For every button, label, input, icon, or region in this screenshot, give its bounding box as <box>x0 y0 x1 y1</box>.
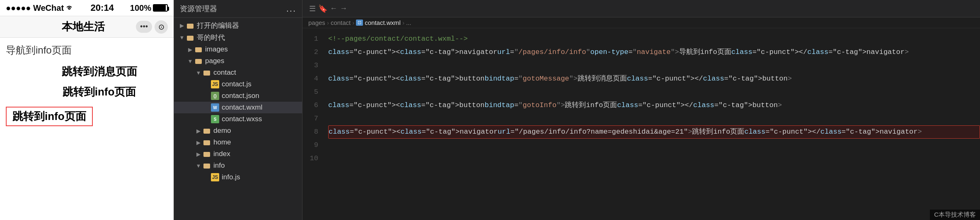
file-label: contact.json <box>222 92 259 100</box>
json-icon: {} <box>211 91 220 100</box>
file-tree-item[interactable]: ▶home <box>174 137 302 148</box>
line-number: 1 <box>302 32 318 46</box>
folder-icon <box>202 161 211 170</box>
nav-text: 导航到info页面 <box>6 44 168 57</box>
file-label: contact.wxml <box>222 103 262 112</box>
target-button[interactable]: ⊙ <box>155 20 168 34</box>
tree-arrow: ▼ <box>186 58 194 64</box>
file-tree-item[interactable]: JScontact.js <box>174 78 302 90</box>
file-tree-item[interactable]: Scontact.wxss <box>174 113 302 125</box>
file-tree-item[interactable]: ▶demo <box>174 125 302 137</box>
file-label: images <box>205 45 228 54</box>
file-label: contact <box>213 68 236 77</box>
phone-content: 导航到info页面 跳转到消息页面 跳转到info页面 跳转到info页面 <box>0 38 174 220</box>
tree-arrow: ▶ <box>186 46 194 53</box>
status-bar-time: 20:14 <box>91 2 114 13</box>
forward-icon[interactable]: → <box>340 4 347 13</box>
folder-icon <box>202 68 211 77</box>
code-line <box>328 152 980 165</box>
file-label: demo <box>213 127 231 135</box>
dots-icon: ••• <box>140 22 148 31</box>
breadcrumb-sep1: › <box>327 19 329 26</box>
breadcrumb-sep2: › <box>352 19 354 26</box>
line-number: 9 <box>302 139 318 152</box>
phone-controls: ••• ⊙ <box>136 20 168 34</box>
tab-toolbar: ☰ 🔖 ← → <box>305 4 351 13</box>
status-bar: ●●●●● WeChat ᯤ 20:14 100% <box>0 0 174 16</box>
code-line: class="c-punct"><class="c-tag">button bi… <box>328 72 980 86</box>
file-label: contact.js <box>222 80 252 88</box>
tree-arrow: ▼ <box>195 70 202 76</box>
file-tree-item[interactable]: ▼pages <box>174 55 302 67</box>
code-line: class="c-punct"><class="c-tag">navigator… <box>328 125 980 139</box>
file-tree-item[interactable]: JSinfo.js <box>174 171 302 183</box>
file-panel-more[interactable]: ... <box>286 3 296 14</box>
tree-arrow: ▶ <box>195 139 202 146</box>
breadcrumb-sep3: › <box>402 19 404 26</box>
folder-icon <box>202 149 211 159</box>
file-tree-item[interactable]: ▼哥的时代 <box>174 32 302 44</box>
line-number: 2 <box>302 46 318 59</box>
file-label: pages <box>205 57 224 65</box>
code-line <box>328 139 980 152</box>
bookmark-icon[interactable]: 🔖 <box>318 4 327 13</box>
line-number: 6 <box>302 99 318 112</box>
editor-body: 12345678910 <!--pages/contact/contact.wx… <box>302 28 980 220</box>
breadcrumb-more: ... <box>406 19 411 26</box>
folder-icon <box>194 56 203 66</box>
line-number: 8 <box>302 125 318 139</box>
code-line: class="c-punct"><class="c-tag">button bi… <box>328 99 980 112</box>
file-label: 哥的时代 <box>197 33 225 42</box>
file-label: 打开的编辑器 <box>197 21 239 30</box>
js-icon: JS <box>211 173 220 182</box>
target-icon: ⊙ <box>158 22 165 32</box>
info-bordered-button[interactable]: 跳转到info页面 <box>6 107 93 126</box>
code-line: class="c-punct"><class="c-tag">navigator… <box>328 46 980 59</box>
file-tree-item[interactable]: {}contact.json <box>174 90 302 102</box>
file-tree-item[interactable]: ▶index <box>174 148 302 160</box>
wxss-icon: S <box>211 115 220 124</box>
line-number: 3 <box>302 59 318 72</box>
phone-title-bar: 本地生活 ••• ⊙ <box>0 16 174 38</box>
file-tree-item[interactable]: ▼contact <box>174 67 302 78</box>
file-tree-item[interactable]: ▼info <box>174 160 302 171</box>
code-area[interactable]: <!--pages/contact/contact.wxml-->class="… <box>324 28 980 220</box>
status-bar-right: 100% <box>130 3 168 13</box>
file-tree-item[interactable]: ▶打开的编辑器 <box>174 20 302 32</box>
status-bar-left: ●●●●● WeChat ᯤ <box>6 3 75 13</box>
breadcrumb-contact: contact <box>331 19 351 26</box>
code-line <box>328 112 980 125</box>
list-icon[interactable]: ☰ <box>309 4 316 13</box>
line-number: 5 <box>302 86 318 99</box>
tree-arrow: ▶ <box>195 151 202 157</box>
file-tree-item[interactable]: ▶images <box>174 44 302 55</box>
phone-title: 本地生活 <box>31 20 136 34</box>
tree-arrow: ▶ <box>178 22 186 29</box>
folder-icon <box>186 21 195 30</box>
phone-simulator: ●●●●● WeChat ᯤ 20:14 100% 本地生活 ••• ⊙ 导航到… <box>0 0 174 220</box>
message-button[interactable]: 跳转到消息页面 <box>31 64 168 79</box>
code-line <box>328 86 980 99</box>
back-icon[interactable]: ← <box>330 4 337 13</box>
breadcrumb-bar: pages › contact › ⊡ contact.wxml › ... <box>302 17 980 28</box>
dots-button[interactable]: ••• <box>136 21 152 33</box>
line-number: 7 <box>302 112 318 125</box>
battery-icon <box>153 4 168 12</box>
file-tree-item[interactable]: Wcontact.wxml <box>174 102 302 113</box>
info-plain-button[interactable]: 跳转到info页面 <box>31 85 168 99</box>
line-number: 4 <box>302 72 318 86</box>
file-label: info.js <box>222 173 240 181</box>
folder-icon <box>186 33 195 42</box>
folder-icon <box>202 138 211 147</box>
breadcrumb-pages: pages <box>308 19 325 26</box>
file-panel-title: 资源管理器 <box>180 4 217 14</box>
editor-tabs: ☰ 🔖 ← → <box>302 0 980 17</box>
file-panel-header: 资源管理器 ... <box>174 0 302 18</box>
tree-arrow: ▼ <box>178 34 186 41</box>
editor-panel: ☰ 🔖 ← → pages › contact › ⊡ contact.wxml… <box>302 0 980 220</box>
wxml-icon: W <box>211 103 220 112</box>
tree-arrow: ▼ <box>195 163 202 169</box>
file-label: index <box>213 150 230 158</box>
code-line <box>328 59 980 72</box>
images-icon <box>194 45 203 54</box>
